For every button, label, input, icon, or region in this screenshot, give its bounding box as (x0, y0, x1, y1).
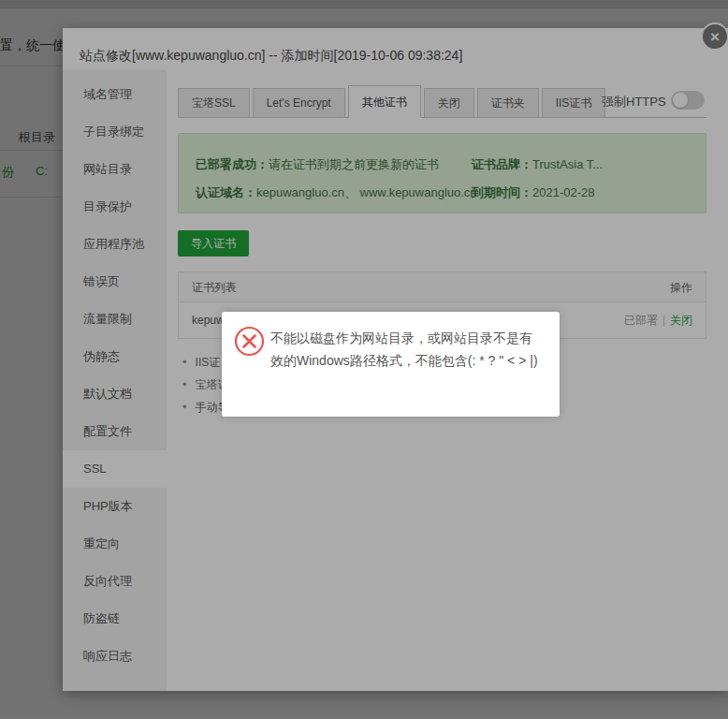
error-message: 不能以磁盘作为网站目录，或网站目录不是有效的Windows路径格式，不能包含(:… (270, 327, 543, 372)
screen: 置，统一使用 根目录 份 C: 站点修改[www.kepuwangluo.cn]… (0, 0, 728, 719)
error-popup: 不能以磁盘作为网站目录，或网站目录不是有效的Windows路径格式，不能包含(:… (222, 312, 560, 417)
error-circle-x-icon (234, 326, 265, 357)
